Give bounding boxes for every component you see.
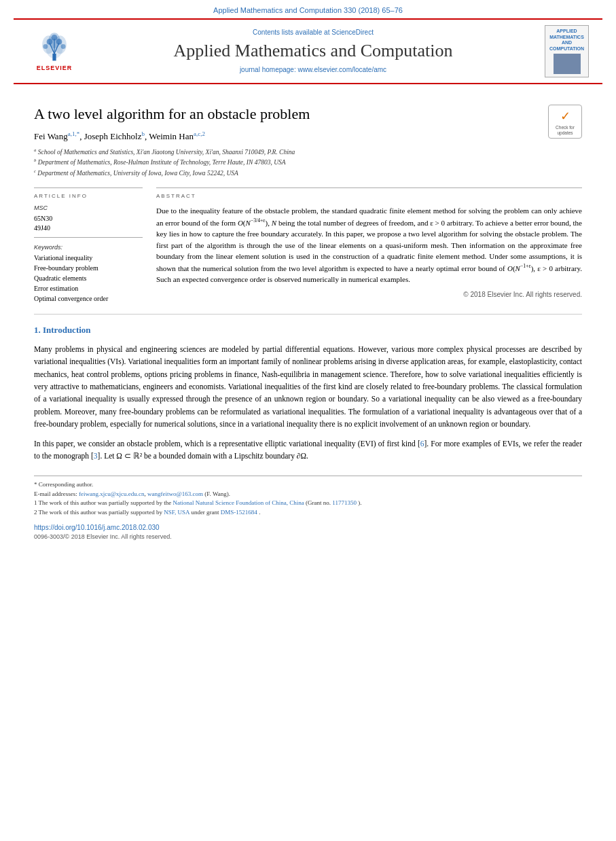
author-weimin-han: Weimin Han — [149, 131, 194, 141]
fn2-mid-text: under grant — [191, 509, 219, 516]
svg-point-8 — [47, 39, 53, 45]
author-joseph-super: b — [141, 130, 145, 137]
ref-6[interactable]: 6 — [420, 440, 424, 448]
abstract-panel: ABSTRACT Due to the inequality feature o… — [156, 187, 582, 304]
keyword-4: Error estimation — [34, 284, 143, 293]
fn1-end: ). — [358, 499, 361, 506]
ref-3[interactable]: 3 — [94, 452, 98, 460]
contents-label: Contents lists available at — [253, 29, 329, 36]
paper-title: A two level algorithm for an obstacle pr… — [34, 105, 582, 124]
elsevier-tree-icon — [34, 30, 75, 62]
abstract-label: ABSTRACT — [156, 192, 582, 200]
affiliation-c: c Department of Mathematics, University … — [34, 168, 582, 178]
check-updates-badge: ✓ Check for updates — [548, 105, 582, 139]
journal-header: ELSEVIER Contents lists available at Sci… — [14, 18, 602, 84]
homepage-link[interactable]: www.elsevier.com/locate/amc — [298, 66, 387, 73]
introduction-heading: 1. Introduction — [34, 324, 582, 336]
footnotes: * Corresponding author. E-mail addresses… — [34, 476, 582, 542]
abstract-text: Due to the inequality feature of the obs… — [156, 205, 582, 285]
info-divider — [34, 237, 143, 238]
issn-line: 0096-3003/© 2018 Elsevier Inc. All right… — [34, 533, 582, 542]
keyword-3: Quadratic elements — [34, 274, 143, 283]
author-fei-wang-super: a,1,* — [68, 130, 80, 137]
journal-citation: Applied Mathematics and Computation 330 … — [0, 0, 616, 18]
affiliation-a: a School of Mathematics and Statistics, … — [34, 147, 582, 157]
email-2-link[interactable]: wangfeitwo@163.com — [147, 490, 203, 497]
affiliation-b: b Department of Mathematics, Rose-Hulman… — [34, 157, 582, 167]
doi-line[interactable]: https://doi.org/10.1016/j.amc.2018.02.03… — [34, 522, 582, 533]
author-joseph-eichholz: Joseph Eichholz — [84, 131, 142, 141]
email-1-link[interactable]: feiwang.xjcu@xjcu.edu.cn — [79, 490, 145, 497]
thumb-image — [554, 54, 581, 74]
email-name: (F. Wang). — [204, 490, 230, 497]
authors-line: Fei Wanga,1,*, Joseph Eichholzb, Weimin … — [34, 130, 582, 143]
email-label: E-mail addresses: — [34, 490, 77, 497]
msc-value-2: 49J40 — [34, 223, 143, 233]
main-content: ✓ Check for updates A two level algorith… — [0, 84, 616, 556]
svg-point-12 — [61, 44, 66, 49]
svg-point-9 — [56, 39, 62, 45]
keyword-1: Variational inequality — [34, 253, 143, 263]
author-fei-wang: Fei Wang — [34, 131, 68, 141]
msc-value-1: 65N30 — [34, 214, 143, 223]
keyword-5: Optimal convergence order — [34, 294, 143, 304]
copyright-line: © 2018 Elsevier Inc. All rights reserved… — [156, 290, 582, 300]
msc-values: 65N30 49J40 — [34, 214, 143, 233]
intro-paragraph-2: In this paper, we consider an obstacle p… — [34, 437, 582, 463]
homepage-label: journal homepage: — [240, 66, 296, 73]
fn1-text: 1 The work of this author was partially … — [34, 499, 171, 506]
homepage-line: journal homepage: www.elsevier.com/locat… — [81, 65, 545, 75]
svg-point-10 — [52, 35, 58, 41]
fn1-org-link[interactable]: National Natural Science Foundation of C… — [173, 499, 304, 506]
section-divider — [34, 314, 582, 315]
elsevier-wordmark: ELSEVIER — [37, 64, 73, 73]
elsevier-logo: ELSEVIER — [27, 30, 81, 73]
keyword-2: Free-boundary problem — [34, 264, 143, 273]
article-info-panel: ARTICLE INFO MSC 65N30 49J40 Keywords: V… — [34, 187, 143, 304]
contents-available-line: Contents lists available at ScienceDirec… — [81, 28, 545, 37]
fn1-grant-text: (Grant no. — [306, 499, 331, 506]
fn2-text: 2 The work of this author was partially … — [34, 509, 162, 516]
citation-text: Applied Mathematics and Computation 330 … — [213, 6, 403, 14]
footnote-2: 2 The work of this author was partially … — [34, 508, 582, 518]
fn1-grant-link[interactable]: 11771350 — [332, 499, 357, 506]
article-info-label: ARTICLE INFO — [34, 192, 143, 200]
intro-paragraph-1: Many problems in physical and engineerin… — [34, 343, 582, 431]
article-info-abstract-row: ARTICLE INFO MSC 65N30 49J40 Keywords: V… — [34, 187, 582, 304]
fn2-nsf-link[interactable]: NSF, USA — [164, 509, 189, 516]
journal-title: Applied Mathematics and Computation — [81, 39, 545, 63]
journal-thumbnail: APPLIEDMATHEMATICSANDCOMPUTATION — [545, 25, 589, 77]
footnote-1: 1 The work of this author was partially … — [34, 499, 582, 508]
svg-point-11 — [43, 44, 48, 49]
sciencedirect-link[interactable]: ScienceDirect — [331, 29, 374, 36]
check-updates-icon: ✓ — [560, 108, 570, 125]
msc-label: MSC — [34, 204, 143, 213]
fn2-end: . — [259, 509, 260, 516]
check-updates-label: Check for updates — [549, 125, 581, 136]
email-addresses: E-mail addresses: feiwang.xjcu@xjcu.edu.… — [34, 490, 582, 499]
author-weimin-super: a,c,2 — [194, 130, 205, 137]
journal-title-area: Contents lists available at ScienceDirec… — [81, 28, 545, 74]
affiliations: a School of Mathematics and Statistics, … — [34, 147, 582, 178]
fn2-grant-link[interactable]: DMS-1521684 — [221, 509, 257, 516]
keywords-label: Keywords: — [34, 243, 143, 252]
corresponding-author-note: * Corresponding author. — [34, 480, 582, 490]
